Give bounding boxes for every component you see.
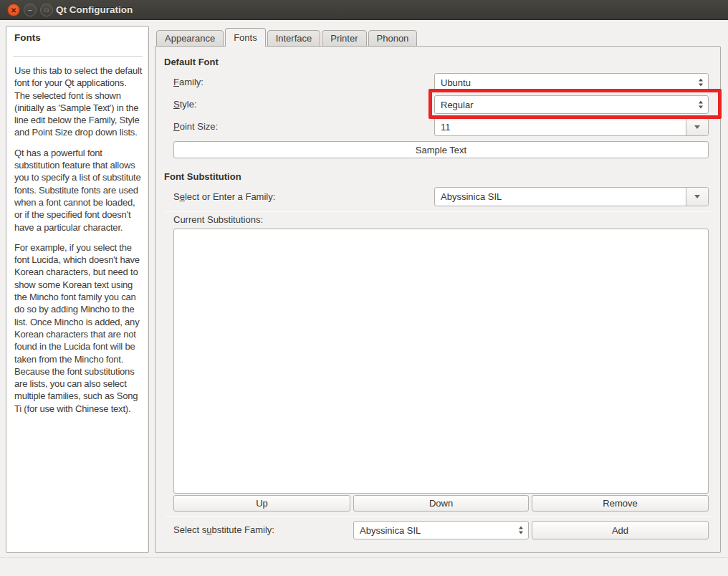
spinner-down-icon[interactable] [519, 532, 523, 534]
spinner-icon[interactable] [519, 527, 523, 534]
spinner-up-icon[interactable] [699, 79, 703, 82]
separator [165, 211, 712, 212]
sidebar-help-panel: Fonts Use this tab to select the default… [6, 26, 149, 553]
maximize-button[interactable]: □ [40, 4, 53, 16]
dropdown-arrow-icon [694, 125, 700, 129]
fonts-tab-panel: Default Font Family: Ubuntu Style: Regul… [155, 46, 721, 553]
sidebar-paragraph: Qt has a powerful font substitution feat… [14, 147, 143, 234]
substitute-family-value: Abyssinica SIL [360, 522, 421, 539]
spinner-icon[interactable] [699, 101, 703, 109]
spinner-down-icon[interactable] [699, 106, 703, 109]
family-combobox[interactable]: Ubuntu [434, 73, 709, 92]
dropdown-button[interactable] [686, 188, 708, 206]
spinner-up-icon[interactable] [699, 101, 703, 104]
point-size-label: Point Size: [173, 117, 218, 136]
select-family-combobox[interactable]: Abyssinica SIL [434, 187, 709, 206]
titlebar: ✕ − □ Qt Configuration [0, 0, 728, 20]
tab-fonts[interactable]: Fonts [225, 28, 266, 47]
tab-bar: Appearance Fonts Interface Printer Phono… [156, 28, 418, 47]
spinner-down-icon[interactable] [699, 84, 703, 87]
qt-configuration-window: ✕ − □ Qt Configuration Fonts Use this ta… [0, 0, 728, 576]
sidebar-paragraph: For example, if you select the font Luci… [14, 241, 143, 415]
minimize-icon: − [28, 6, 32, 14]
family-label: Family: [173, 73, 203, 92]
default-font-heading: Default Font [164, 57, 219, 67]
tab-phonon[interactable]: Phonon [368, 30, 418, 47]
dropdown-arrow-icon [694, 195, 700, 198]
sample-text-field[interactable]: Sample Text [173, 141, 709, 158]
sidebar-paragraph: Use this tab to select the default font … [14, 64, 143, 139]
remove-button[interactable]: Remove [532, 495, 709, 512]
substitute-family-combobox[interactable]: Abyssinica SIL [353, 521, 529, 539]
statusbar-divider [0, 557, 728, 558]
sidebar-separator [13, 56, 143, 57]
maximize-icon: □ [45, 7, 49, 14]
style-combobox[interactable]: Regular [434, 95, 709, 114]
tab-printer[interactable]: Printer [322, 30, 366, 47]
sidebar-heading: Fonts [14, 32, 143, 43]
style-label: Style: [173, 95, 197, 114]
current-substitutions-list[interactable] [173, 229, 709, 494]
spinner-icon[interactable] [699, 79, 703, 87]
family-value: Ubuntu [441, 74, 471, 91]
close-button[interactable]: ✕ [7, 4, 20, 16]
font-substitution-heading: Font Substitution [164, 171, 241, 182]
tab-interface[interactable]: Interface [267, 30, 321, 47]
minimize-button[interactable]: − [24, 4, 37, 16]
current-substitutions-label: Current Substitutions: [173, 214, 263, 225]
separator [165, 516, 712, 517]
close-icon: ✕ [11, 6, 16, 14]
style-value: Regular [441, 96, 474, 113]
spinner-up-icon[interactable] [519, 527, 523, 529]
tab-appearance[interactable]: Appearance [156, 30, 224, 47]
down-button[interactable]: Down [353, 495, 529, 512]
substitute-family-label: Select substitute Family: [173, 521, 274, 539]
select-family-value: Abyssinica SIL [441, 188, 502, 206]
add-button[interactable]: Add [532, 521, 709, 539]
point-size-value: 11 [441, 118, 451, 135]
up-button[interactable]: Up [173, 495, 350, 512]
dropdown-button[interactable] [686, 118, 708, 135]
point-size-combobox[interactable]: 11 [434, 117, 709, 136]
select-family-label: Select or Enter a Family: [173, 187, 275, 206]
window-title: Qt Configuration [56, 0, 133, 20]
